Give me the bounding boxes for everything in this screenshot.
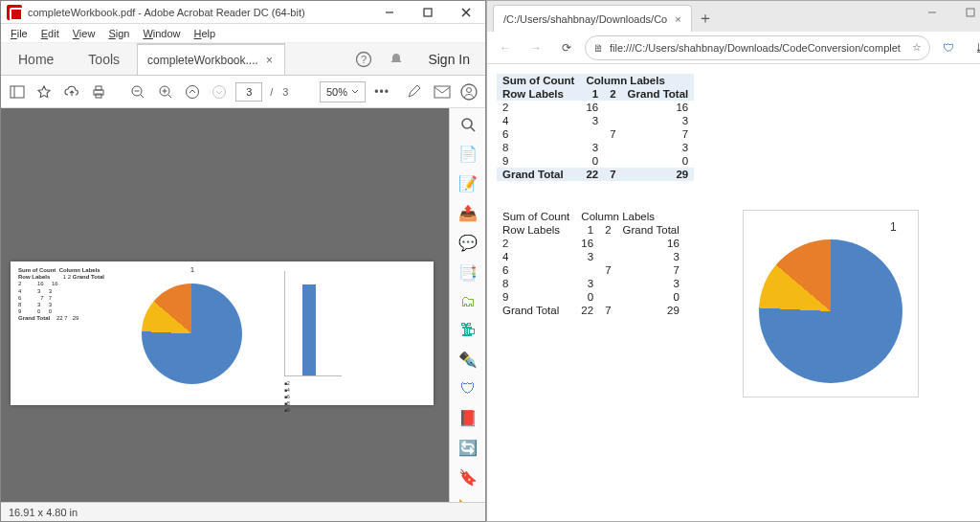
page-number-input[interactable] — [235, 82, 262, 102]
svg-rect-9 — [96, 86, 101, 90]
edge-toolbar: ← → ⟳ 🗎 file:///C:/Users/shahbnay/Downlo… — [487, 32, 980, 64]
edge-minimize-button[interactable] — [913, 1, 951, 24]
address-bar[interactable]: 🗎 file:///C:/Users/shahbnay/Downloads/Co… — [585, 35, 930, 60]
cloud-upload-icon[interactable] — [60, 80, 81, 103]
edit-pdf-icon[interactable]: 📝 — [457, 174, 479, 193]
star-icon[interactable] — [33, 80, 55, 103]
tab-tools[interactable]: Tools — [71, 43, 137, 75]
tab-close-icon[interactable]: × — [264, 54, 275, 67]
redact-icon[interactable]: 📕 — [457, 409, 479, 427]
table-row: 900 — [497, 154, 694, 168]
create-pdf-icon[interactable]: 📄 — [457, 145, 479, 163]
browser-tab[interactable]: /C:/Users/shahbnay/Downloads/Co × — [493, 5, 692, 32]
annotate-icon[interactable] — [404, 80, 425, 103]
minimize-button[interactable] — [370, 1, 409, 24]
acrobat-menubar: File Edit View Sign Window Help — [1, 24, 485, 43]
svg-point-19 — [213, 85, 226, 98]
pie-chart-icon — [142, 284, 242, 384]
compress-icon[interactable]: 🗜 — [457, 322, 479, 339]
nav-refresh-icon[interactable]: ⟳ — [554, 35, 579, 60]
downloads-icon[interactable]: ⭳ — [967, 35, 980, 60]
page-dimensions: 16.91 x 4.80 in — [9, 507, 78, 518]
menu-view[interactable]: View — [67, 26, 101, 41]
svg-line-24 — [471, 127, 475, 131]
menu-file[interactable]: File — [5, 26, 33, 41]
account-icon[interactable] — [458, 80, 479, 103]
search-icon[interactable] — [457, 116, 479, 133]
chevron-down-icon — [351, 88, 359, 96]
url-text: file:///C:/Users/shahbnay/Downloads/Code… — [610, 42, 901, 54]
table-row: 833 — [497, 277, 685, 290]
more-tools-icon[interactable]: ••• — [371, 80, 392, 103]
convert-icon[interactable]: 🔄 — [457, 439, 479, 457]
table-row: 8 3 3 — [18, 302, 104, 308]
comment-icon[interactable]: 💬 — [457, 234, 479, 252]
bell-icon[interactable] — [380, 43, 412, 75]
edge-maximize-button[interactable] — [951, 1, 980, 24]
svg-rect-6 — [11, 86, 24, 98]
export-pdf-icon[interactable]: 📤 — [457, 204, 479, 222]
sidebar-toggle-icon[interactable] — [7, 80, 28, 103]
nav-forward-icon[interactable]: → — [523, 35, 548, 60]
mail-icon[interactable] — [432, 80, 453, 103]
maximize-button[interactable] — [409, 1, 447, 24]
acrobat-tabbar: Home Tools completeWorkbook.... × ? Sign… — [1, 43, 485, 76]
browser-tab-title: /C:/Users/shahbnay/Downloads/Co — [503, 13, 667, 25]
pie-chart-icon — [759, 239, 902, 383]
acrobat-document-area[interactable]: Sum of Count Column Labels Row Labels 1 … — [1, 108, 485, 502]
table-row: 9 0 0 — [18, 308, 104, 315]
page-separator: / — [268, 86, 275, 98]
edge-window: /C:/Users/shahbnay/Downloads/Co × ＋ ← → … — [486, 0, 980, 522]
tab-home[interactable]: Home — [1, 43, 71, 75]
acrobat-title: completeWorkbook.pdf - Adobe Acrobat Rea… — [28, 7, 370, 18]
browser-viewport[interactable]: Sum of CountColumn Labels Row Labels12Gr… — [487, 64, 980, 521]
zoom-value: 50% — [326, 86, 347, 98]
page-down-icon[interactable] — [209, 80, 230, 103]
table-row: 677 — [497, 127, 694, 141]
stamp-icon[interactable]: 🔖 — [457, 468, 479, 487]
measure-icon[interactable]: 📐 — [457, 498, 479, 502]
zoom-select[interactable]: 50% — [320, 81, 366, 102]
pivot-table-1: Sum of CountColumn Labels Row Labels12Gr… — [497, 74, 694, 181]
table-row: 677 — [497, 263, 685, 277]
table-row: 900 — [497, 290, 685, 304]
shield-icon[interactable]: 🛡 — [936, 35, 961, 60]
nav-back-icon[interactable]: ← — [493, 35, 518, 60]
svg-line-17 — [168, 95, 171, 98]
zoom-in-icon[interactable] — [155, 80, 176, 103]
new-tab-button[interactable]: ＋ — [692, 5, 719, 32]
table-row: 21616 — [497, 237, 685, 250]
svg-rect-20 — [434, 86, 450, 98]
file-protocol-icon: 🗎 — [593, 42, 604, 54]
menu-window[interactable]: Window — [137, 26, 186, 41]
sign-in-button[interactable]: Sign In — [412, 43, 485, 75]
acrobat-window: completeWorkbook.pdf - Adobe Acrobat Rea… — [0, 0, 486, 522]
protect-icon[interactable]: 🛡 — [457, 380, 479, 397]
organize-icon[interactable]: 🗂 — [457, 293, 479, 310]
favorite-icon[interactable]: ☆ — [912, 41, 922, 54]
tab-close-icon[interactable]: × — [675, 13, 680, 25]
table-row: 6 7 7 — [18, 295, 104, 302]
svg-point-18 — [186, 85, 198, 98]
close-button[interactable] — [447, 1, 485, 24]
pdf-page: Sum of Count Column Labels Row Labels 1 … — [11, 261, 434, 405]
zoom-out-icon[interactable] — [127, 80, 148, 103]
svg-point-23 — [462, 119, 472, 128]
combine-icon[interactable]: 📑 — [457, 263, 479, 282]
table-row: 21616 — [497, 101, 694, 114]
page-total: 3 — [280, 86, 290, 98]
help-icon[interactable]: ? — [347, 43, 380, 75]
table-row: 433 — [497, 114, 694, 127]
pdf-pie-chart: 1 — [116, 267, 269, 399]
tab-document[interactable]: completeWorkbook.... × — [137, 43, 285, 75]
acrobat-titlebar: completeWorkbook.pdf - Adobe Acrobat Rea… — [1, 1, 485, 24]
menu-edit[interactable]: Edit — [35, 26, 65, 41]
pdf-bar-chart: ■2■4■6■8■9 — [280, 267, 347, 399]
print-icon[interactable] — [88, 80, 109, 103]
menu-help[interactable]: Help — [189, 26, 222, 41]
menu-sign[interactable]: Sign — [102, 26, 135, 41]
page-up-icon[interactable] — [182, 80, 203, 103]
svg-text:?: ? — [361, 54, 367, 65]
sign-icon[interactable]: ✒️ — [457, 351, 479, 369]
acrobat-tools-panel: 📄 📝 📤 💬 📑 🗂 🗜 ✒️ 🛡 📕 🔄 🔖 📐 ⇤ — [449, 108, 485, 502]
